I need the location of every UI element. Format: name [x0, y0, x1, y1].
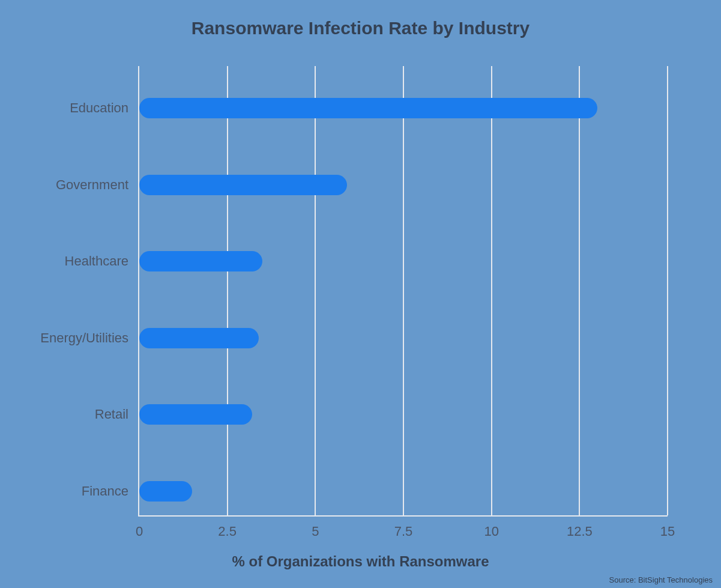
gridline — [227, 66, 228, 515]
y-tick-label: Education — [70, 100, 139, 116]
bar — [139, 328, 259, 348]
bar — [139, 251, 262, 271]
x-tick-label: 0 — [136, 515, 143, 539]
chart-container: Ransomware Infection Rate by Industry 02… — [0, 0, 721, 588]
x-tick-label: 2.5 — [218, 515, 237, 539]
bar — [139, 98, 597, 118]
x-tick-label: 5 — [312, 515, 319, 539]
x-tick-label: 7.5 — [394, 515, 413, 539]
x-tick-label: 12.5 — [567, 515, 593, 539]
y-tick-label: Retail — [95, 407, 139, 422]
x-tick-label: 15 — [660, 515, 675, 539]
y-tick-label: Healthcare — [65, 253, 139, 269]
x-tick-label: 10 — [484, 515, 498, 539]
y-tick-label: Energy/Utilities — [40, 330, 139, 346]
gridline — [315, 66, 316, 515]
bar — [139, 175, 347, 195]
bar — [139, 481, 192, 502]
gridline — [579, 66, 580, 515]
y-tick-label: Government — [56, 177, 139, 193]
chart-title: Ransomware Infection Rate by Industry — [0, 18, 721, 38]
y-tick-label: Finance — [82, 483, 139, 499]
gridline — [667, 66, 668, 515]
x-axis-title: % of Organizations with Ransomware — [0, 553, 721, 570]
plot-area: 02.557.51012.515EducationGovernmentHealt… — [138, 66, 668, 517]
gridline — [403, 66, 404, 515]
gridline — [491, 66, 492, 515]
source-text: Source: BitSight Technologies — [609, 575, 713, 584]
bar — [139, 404, 252, 425]
